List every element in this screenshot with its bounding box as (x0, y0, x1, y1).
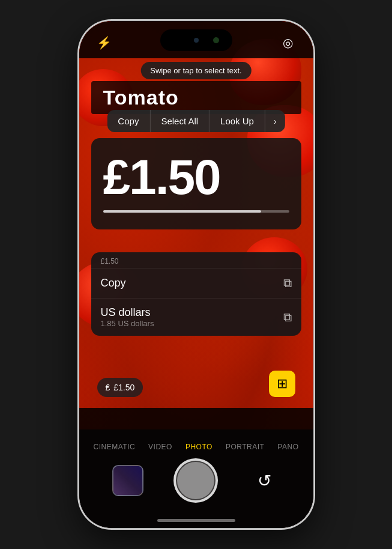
flip-camera-button[interactable]: ↺ (249, 465, 280, 496)
dropdown-usd-row[interactable]: US dollars 1.85 US dollars ⧉ (91, 298, 301, 336)
dropdown-header: £1.50 (91, 252, 301, 268)
shutter-button[interactable] (173, 458, 218, 503)
flash-button[interactable]: ⚡ (94, 32, 115, 53)
dropdown-usd-label: US dollars (101, 306, 154, 319)
dropdown-panel: £1.50 Copy ⧉ US dollars 1.85 US dollars … (91, 252, 301, 336)
mode-cinematic[interactable]: CINEMATIC (94, 443, 136, 451)
badge-currency-icon: ₤ (106, 383, 110, 392)
flip-icon: ↺ (258, 471, 271, 491)
copy-menu-item[interactable]: Copy (107, 110, 150, 132)
thumbnail-inner (113, 466, 142, 495)
price-progress-bar (103, 210, 289, 213)
camera-indicator (213, 37, 219, 43)
mode-video[interactable]: VIDEO (148, 443, 172, 451)
mode-pano[interactable]: PANO (277, 443, 298, 451)
live-photo-button[interactable]: ◎ (277, 32, 299, 53)
camera-mode-bar: CINEMATIC VIDEO PHOTO PORTRAIT PANO (79, 443, 313, 451)
look-up-menu-item[interactable]: Look Up (210, 110, 265, 132)
mode-photo[interactable]: PHOTO (185, 443, 213, 451)
price-progress-fill (103, 210, 262, 213)
dropdown-usd-labels: US dollars 1.85 US dollars (101, 306, 154, 328)
live-text-button[interactable]: ⊞ (269, 371, 295, 397)
dropdown-usd-sublabel: 1.85 US dollars (101, 319, 154, 328)
dropdown-copy-icon: ⧉ (283, 276, 292, 290)
live-text-icon: ⊞ (277, 376, 288, 392)
camera-viewfinder: ⚡ ⌃ ◎ Swipe or tap to select text. Tomat… (79, 21, 313, 528)
badge-text: £1.50 (113, 383, 134, 392)
shutter-inner (177, 462, 214, 499)
context-menu-bar: Copy Select All Look Up › (107, 110, 285, 132)
mode-portrait[interactable]: PORTRAIT (226, 443, 264, 451)
sign-area: Tomato (91, 81, 301, 114)
more-icon: › (274, 117, 277, 126)
camera-bottom-controls: ↺ (79, 458, 313, 503)
phone-frame: ⚡ ⌃ ◎ Swipe or tap to select text. Tomat… (79, 21, 313, 528)
home-indicator (157, 519, 235, 522)
sign-text: Tomato (103, 86, 179, 109)
select-all-menu-item[interactable]: Select All (150, 110, 210, 132)
dropdown-usd-icon: ⧉ (283, 311, 292, 324)
dropdown-copy-label: Copy (101, 277, 126, 290)
bottom-badge[interactable]: ₤ £1.50 (97, 378, 143, 397)
price-display: £1.50 (91, 138, 301, 229)
dropdown-copy-row[interactable]: Copy ⧉ (91, 268, 301, 298)
more-menu-item[interactable]: › (265, 111, 285, 132)
face-id-indicator (194, 38, 199, 43)
live-photo-icon: ◎ (283, 35, 293, 50)
thumbnail-preview[interactable] (112, 465, 143, 496)
dynamic-island (160, 29, 232, 51)
phone-screen: ⚡ ⌃ ◎ Swipe or tap to select text. Tomat… (79, 21, 313, 528)
price-text: £1.50 (103, 153, 289, 202)
flash-icon: ⚡ (97, 35, 112, 50)
live-text-banner: Swipe or tap to select text. (140, 62, 251, 79)
